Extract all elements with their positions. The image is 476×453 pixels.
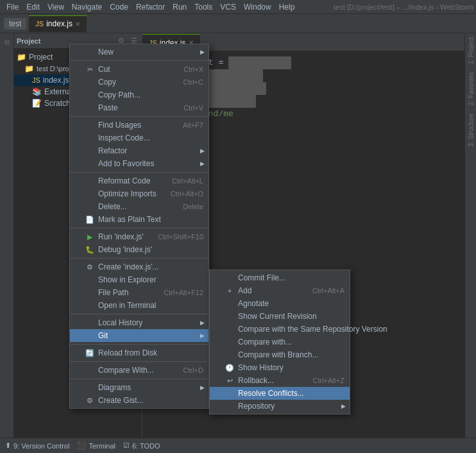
ctx-find-usages[interactable]: Find Usages Alt+F7 xyxy=(70,119,208,132)
ctx-create-icon: ⚙ xyxy=(85,263,94,271)
ctx-sep-1 xyxy=(70,60,208,61)
ctx-diagrams[interactable]: Diagrams xyxy=(70,381,208,394)
ctx-find-shortcut: Alt+F7 xyxy=(183,121,203,129)
ctx-sep-4 xyxy=(70,228,208,228)
git-repo-label: Repository xyxy=(238,402,275,411)
ctx-run-shortcut: Ctrl+Shift+F10 xyxy=(158,233,203,241)
status-todo-label: 6: TODO xyxy=(132,442,160,450)
ctx-run[interactable]: ▶ Run 'index.js' Ctrl+Shift+F10 xyxy=(70,230,208,243)
ctx-open-terminal[interactable]: Open in Terminal xyxy=(70,299,208,312)
project-dropdown[interactable]: test xyxy=(4,18,26,30)
git-resolve-conflicts[interactable]: Resolve Conflicts... xyxy=(210,387,350,400)
git-cb-label: Compare with Branch... xyxy=(238,350,318,359)
ctx-optimize-shortcut: Ctrl+Alt+O xyxy=(171,190,203,198)
menu-help[interactable]: Help xyxy=(275,1,299,13)
git-compare-repo[interactable]: Compare with the Same Repository Version xyxy=(210,323,350,336)
ctx-inspect[interactable]: Inspect Code... xyxy=(70,132,208,144)
ctx-create-label: Create 'index.js'... xyxy=(98,262,159,271)
toolbar-tab-index[interactable]: JS index.js ✕ xyxy=(29,15,87,32)
menu-edit[interactable]: Edit xyxy=(22,1,44,13)
git-compare-repo-label: Compare with the Same Repository Version xyxy=(238,325,387,334)
menu-view[interactable]: View xyxy=(44,1,68,13)
left-icon-1: ⊟ xyxy=(1,36,13,47)
ctx-create-gist[interactable]: ⚙ Create Gist... xyxy=(70,394,208,407)
menu-window[interactable]: Window xyxy=(240,1,275,13)
git-commit-file[interactable]: Commit File... xyxy=(210,271,350,284)
menu-file[interactable]: File xyxy=(3,1,22,13)
ctx-compare-label: Compare With... xyxy=(98,366,154,375)
ctx-local-history[interactable]: Local History xyxy=(70,316,208,329)
ctx-show-explorer[interactable]: Show in Explorer xyxy=(70,273,208,286)
ctx-git[interactable]: Git xyxy=(70,329,208,342)
ctx-mark-plain[interactable]: 📄 Mark as Plain Text xyxy=(70,213,208,226)
ctx-copy-path[interactable]: Copy Path... xyxy=(70,89,208,101)
git-add-label: Add xyxy=(238,286,251,295)
ctx-reload-label: Reload from Disk xyxy=(98,348,157,357)
ctx-find-label: Find Usages xyxy=(98,121,141,130)
git-history-label: Show History xyxy=(238,363,284,372)
ctx-mark-label: Mark as Plain Text xyxy=(98,215,161,224)
right-panel-project[interactable]: 1: Project xyxy=(465,33,476,68)
scratches-icon: 📝 xyxy=(32,99,42,108)
ctx-refactor[interactable]: Refactor xyxy=(70,144,208,157)
git-cw-label: Compare with... xyxy=(238,338,292,346)
git-show-history[interactable]: 🕐 Show History xyxy=(210,361,350,374)
todo-icon: ☑ xyxy=(123,441,130,450)
ctx-filepath-shortcut: Ctrl+Alt+F12 xyxy=(164,289,203,296)
ctx-reload-icon: 🔄 xyxy=(85,349,94,357)
ctx-reformat[interactable]: Reformat Code Ctrl+Alt+L xyxy=(70,175,208,187)
tab-close-button[interactable]: ✕ xyxy=(75,21,80,28)
ctx-reload[interactable]: 🔄 Reload from Disk xyxy=(70,346,208,359)
git-annotate[interactable]: Agnotate xyxy=(210,297,350,310)
menu-tools[interactable]: Tools xyxy=(191,1,216,13)
ctx-sep-6 xyxy=(70,314,208,314)
ctx-gist-icon: ⚙ xyxy=(85,397,94,405)
git-show-current[interactable]: Show Current Revision xyxy=(210,310,350,323)
git-repository[interactable]: Repository xyxy=(210,400,350,413)
ctx-history-label: Local History xyxy=(98,318,142,327)
ctx-compare-with[interactable]: Compare With... Ctrl+D xyxy=(70,364,208,377)
ctx-filepath-label: File Path xyxy=(98,288,128,297)
menu-refactor[interactable]: Refactor xyxy=(132,1,169,13)
menu-vcs[interactable]: VCS xyxy=(216,1,240,13)
project-icon: 📁 xyxy=(17,53,26,62)
status-vcs[interactable]: ⬆ 9: Version Control xyxy=(5,441,69,450)
status-terminal[interactable]: ⬛ Terminal xyxy=(77,441,115,450)
vcs-icon: ⬆ xyxy=(5,441,11,450)
ctx-explorer-label: Show in Explorer xyxy=(98,275,157,284)
ctx-new[interactable]: New xyxy=(70,46,208,58)
right-panel-structure[interactable]: 3: Structure xyxy=(465,110,476,151)
git-rollback-label: Rollback... xyxy=(238,376,274,385)
git-compare-branch[interactable]: Compare with Branch... xyxy=(210,348,350,361)
right-panel-favorites[interactable]: 2: Favorites xyxy=(465,68,476,109)
status-todo[interactable]: ☑ 6: TODO xyxy=(123,441,160,450)
git-commit-label: Commit File... xyxy=(238,273,285,282)
ctx-file-path[interactable]: File Path Ctrl+Alt+F12 xyxy=(70,286,208,299)
git-submenu: Commit File... + Add Ctrl+Alt+A Agnotate… xyxy=(209,269,350,415)
ctx-optimize-label: Optimize Imports xyxy=(98,189,157,198)
git-compare-with[interactable]: Compare with... xyxy=(210,336,350,348)
ctx-sep-3 xyxy=(70,172,208,173)
menu-code[interactable]: Code xyxy=(106,1,132,13)
ext-libs-icon: 📚 xyxy=(32,87,42,96)
menu-navigate[interactable]: Navigate xyxy=(68,1,106,13)
ctx-cut[interactable]: ✂ Cut Ctrl+X xyxy=(70,63,208,76)
git-annotate-label: Agnotate xyxy=(238,299,269,308)
ctx-paste-shortcut: Ctrl+V xyxy=(183,104,203,112)
ctx-paste[interactable]: Paste Ctrl+V xyxy=(70,101,208,114)
ctx-add-favorites[interactable]: Add to Favorites xyxy=(70,157,208,170)
ctx-debug[interactable]: 🐛 Debug 'index.js' xyxy=(70,243,208,256)
ctx-create[interactable]: ⚙ Create 'index.js'... xyxy=(70,261,208,273)
ctx-copy-shortcut: Ctrl+C xyxy=(183,78,203,86)
ctx-new-label: New xyxy=(98,47,114,56)
ctx-delete[interactable]: Delete... Delete xyxy=(70,200,208,213)
test-folder-icon: 📁 xyxy=(24,64,34,73)
context-menu: New ✂ Cut Ctrl+X Copy Ctrl+C Copy Path..… xyxy=(69,44,209,409)
ctx-sep-8 xyxy=(70,361,208,362)
menu-run[interactable]: Run xyxy=(169,1,191,13)
git-rollback[interactable]: ↩ Rollback... Ctrl+Alt+Z xyxy=(210,374,350,387)
git-add[interactable]: + Add Ctrl+Alt+A xyxy=(210,284,350,297)
ctx-optimize[interactable]: Optimize Imports Ctrl+Alt+O xyxy=(70,187,208,200)
ctx-debug-label: Debug 'index.js' xyxy=(98,245,152,254)
ctx-copy[interactable]: Copy Ctrl+C xyxy=(70,76,208,89)
